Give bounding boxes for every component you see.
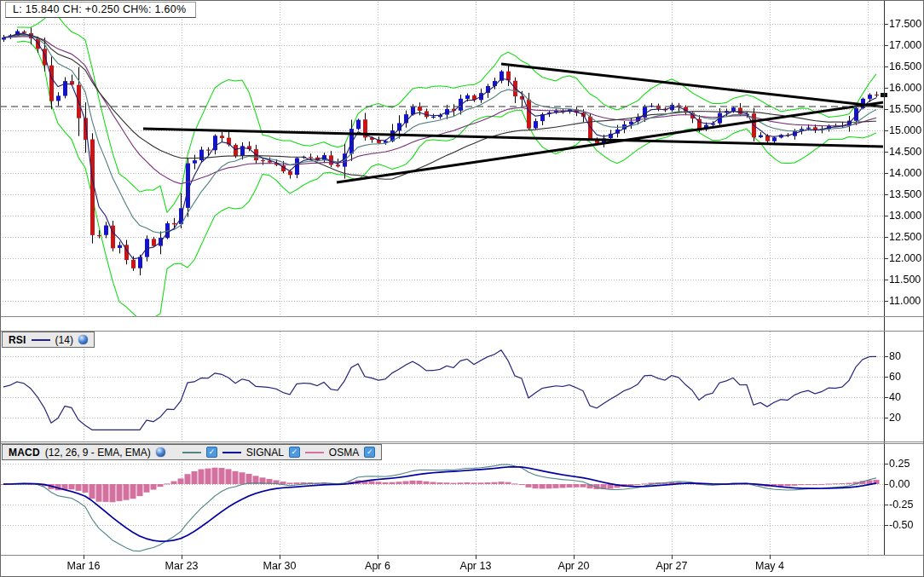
rsi-axis-label: 20 xyxy=(889,412,901,424)
price-axis-label: 12.500 xyxy=(889,231,921,243)
price-axis-label: 12.000 xyxy=(889,252,921,264)
rsi-title: RSI xyxy=(9,334,26,346)
rsi-axis-label: 80 xyxy=(889,350,901,362)
osma-line-swatch xyxy=(305,452,324,453)
price-axis-label: 17.000 xyxy=(889,39,921,51)
time-axis-label: May 4 xyxy=(755,560,784,572)
macd-title: MACD xyxy=(9,447,40,459)
macd-axis-label: -0.25 xyxy=(889,499,914,511)
signal-visibility-checkbox[interactable]: ✓ xyxy=(289,447,300,458)
trading-chart-window: L: 15.840 CH: +0.250 CH%: 1.60% RSI (14)… xyxy=(0,0,924,577)
price-axis-label: 11.500 xyxy=(889,274,921,286)
macd-line-swatch xyxy=(182,452,201,453)
price-axis-label: 15.000 xyxy=(889,124,921,136)
price-axis-label: 14.500 xyxy=(889,146,921,158)
signal-line-swatch xyxy=(222,452,241,453)
macd-axis-label: 0.00 xyxy=(889,478,910,490)
macd-header: MACD (12, 26, 9 - EMA, EMA) ✓ SIGNAL ✓ O… xyxy=(2,444,382,460)
macd-params: (12, 26, 9 - EMA, EMA) xyxy=(45,447,151,459)
time-axis-label: Mar 16 xyxy=(67,560,101,572)
time-axis-label: Apr 20 xyxy=(558,560,590,572)
price-axis-label: 13.000 xyxy=(889,210,921,222)
time-axis-label: Apr 6 xyxy=(365,560,390,572)
rsi-line-swatch xyxy=(32,339,50,341)
time-axis-label: Mar 30 xyxy=(263,560,297,572)
macd-visibility-checkbox[interactable]: ✓ xyxy=(206,447,217,458)
signal-label: SIGNAL xyxy=(246,447,284,459)
rsi-period: (14) xyxy=(55,334,73,346)
globe-icon[interactable] xyxy=(156,447,165,457)
rsi-axis-label: 60 xyxy=(889,371,901,383)
osma-visibility-checkbox[interactable]: ✓ xyxy=(364,447,375,458)
time-axis-label: Apr 13 xyxy=(460,560,492,572)
price-axis-label: 14.000 xyxy=(889,167,921,179)
macd-axis-label: -0.50 xyxy=(889,519,914,531)
time-axis-label: Mar 23 xyxy=(165,560,199,572)
price-axis-label: 17.500 xyxy=(889,18,921,30)
price-axis-label: 15.500 xyxy=(889,103,921,115)
globe-icon[interactable] xyxy=(78,335,88,344)
rsi-axis-label: 40 xyxy=(889,391,901,403)
macd-axis-label: 0.25 xyxy=(889,458,910,470)
price-axis-label: 16.000 xyxy=(889,82,921,94)
price-axis-label: 13.500 xyxy=(889,188,921,200)
chart-canvas[interactable] xyxy=(0,0,924,577)
price-axis-label: 11.000 xyxy=(889,295,921,307)
time-axis-label: Apr 27 xyxy=(656,560,688,572)
rsi-header: RSI (14) xyxy=(2,332,95,348)
osma-label: OSMA xyxy=(329,447,359,459)
price-info-label: L: 15.840 CH: +0.250 CH%: 1.60% xyxy=(5,2,196,18)
price-axis-label: 16.500 xyxy=(889,61,921,72)
